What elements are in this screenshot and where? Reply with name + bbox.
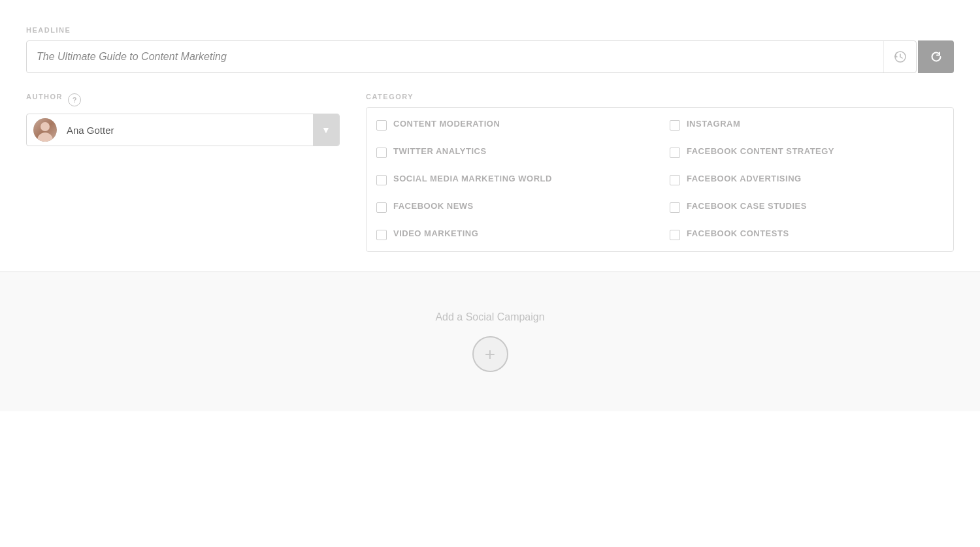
category-label: CATEGORY bbox=[366, 93, 954, 101]
category-item-facebook-case-studies[interactable]: FACEBOOK CASE STUDIES bbox=[660, 193, 953, 221]
category-item-twitter-analytics[interactable]: TWITTER ANALYTICS bbox=[367, 138, 660, 166]
category-item-facebook-content-strategy[interactable]: FACEBOOK CONTENT STRATEGY bbox=[660, 138, 953, 166]
author-category-row: AUTHOR ? Ana Gotter ▼ CATEGORY bbox=[26, 93, 954, 252]
category-item-social-media-marketing-world[interactable]: SOCIAL MEDIA MARKETING WORLD bbox=[367, 166, 660, 193]
page-container: HEADLINE bbox=[0, 0, 980, 547]
headline-field: HEADLINE bbox=[26, 26, 954, 73]
category-item-facebook-news[interactable]: FACEBOOK NEWS bbox=[367, 193, 660, 221]
avatar-image bbox=[33, 118, 57, 142]
author-dropdown[interactable]: Ana Gotter ▼ bbox=[26, 114, 340, 146]
bottom-section: Add a Social Campaign + bbox=[0, 272, 980, 411]
category-item-facebook-contests[interactable]: FACEBOOK CONTESTS bbox=[660, 221, 953, 248]
avatar bbox=[33, 118, 57, 142]
headline-label: HEADLINE bbox=[26, 26, 954, 34]
category-label-content-moderation: CONTENT MODERATION bbox=[393, 119, 500, 130]
category-checkbox-instagram[interactable] bbox=[670, 120, 680, 131]
headline-refresh-button[interactable] bbox=[918, 40, 954, 73]
category-item-content-moderation[interactable]: CONTENT MODERATION bbox=[367, 111, 660, 138]
category-checkbox-facebook-news[interactable] bbox=[376, 202, 387, 213]
headline-input-wrapper bbox=[26, 40, 917, 73]
category-checkbox-facebook-advertising[interactable] bbox=[670, 175, 680, 185]
form-section: HEADLINE bbox=[0, 0, 980, 272]
author-column: AUTHOR ? Ana Gotter ▼ bbox=[26, 93, 340, 146]
category-item-facebook-advertising[interactable]: FACEBOOK ADVERTISING bbox=[660, 166, 953, 193]
category-label-twitter-analytics: TWITTER ANALYTICS bbox=[393, 146, 487, 157]
category-grid: CONTENT MODERATION INSTAGRAM TWITTER ANA… bbox=[367, 108, 953, 251]
author-name: Ana Gotter bbox=[63, 125, 313, 136]
category-item-instagram[interactable]: INSTAGRAM bbox=[660, 111, 953, 138]
author-label: AUTHOR bbox=[26, 93, 63, 101]
dropdown-arrow-icon[interactable]: ▼ bbox=[313, 114, 339, 146]
category-checkbox-facebook-content-strategy[interactable] bbox=[670, 148, 680, 158]
category-label-video-marketing: VIDEO MARKETING bbox=[393, 228, 478, 240]
author-label-row: AUTHOR ? bbox=[26, 93, 340, 107]
add-campaign-button[interactable]: + bbox=[472, 336, 508, 372]
category-label-facebook-news: FACEBOOK NEWS bbox=[393, 201, 474, 212]
category-label-instagram: INSTAGRAM bbox=[687, 119, 740, 130]
category-label-facebook-advertising: FACEBOOK ADVERTISING bbox=[687, 174, 802, 185]
category-label-facebook-case-studies: FACEBOOK CASE STUDIES bbox=[687, 201, 807, 212]
category-label-facebook-contests: FACEBOOK CONTESTS bbox=[687, 228, 789, 240]
category-checkbox-social-media-marketing-world[interactable] bbox=[376, 175, 387, 185]
category-checkbox-video-marketing[interactable] bbox=[376, 230, 387, 240]
category-label-social-media-marketing-world: SOCIAL MEDIA MARKETING WORLD bbox=[393, 174, 552, 185]
category-label-facebook-content-strategy: FACEBOOK CONTENT STRATEGY bbox=[687, 146, 834, 157]
category-item-video-marketing[interactable]: VIDEO MARKETING bbox=[367, 221, 660, 248]
category-checkbox-content-moderation[interactable] bbox=[376, 120, 387, 131]
category-column: CATEGORY CONTENT MODERATION INSTAGRAM bbox=[366, 93, 954, 252]
headline-row bbox=[26, 40, 954, 73]
headline-input[interactable] bbox=[27, 51, 883, 63]
category-checkbox-facebook-case-studies[interactable] bbox=[670, 202, 680, 213]
category-dropdown[interactable]: CONTENT MODERATION INSTAGRAM TWITTER ANA… bbox=[366, 107, 954, 252]
add-campaign-label: Add a Social Campaign bbox=[435, 311, 544, 323]
category-checkbox-twitter-analytics[interactable] bbox=[376, 148, 387, 158]
headline-history-icon[interactable] bbox=[883, 40, 916, 73]
author-help-icon[interactable]: ? bbox=[68, 93, 81, 106]
category-checkbox-facebook-contests[interactable] bbox=[670, 230, 680, 240]
